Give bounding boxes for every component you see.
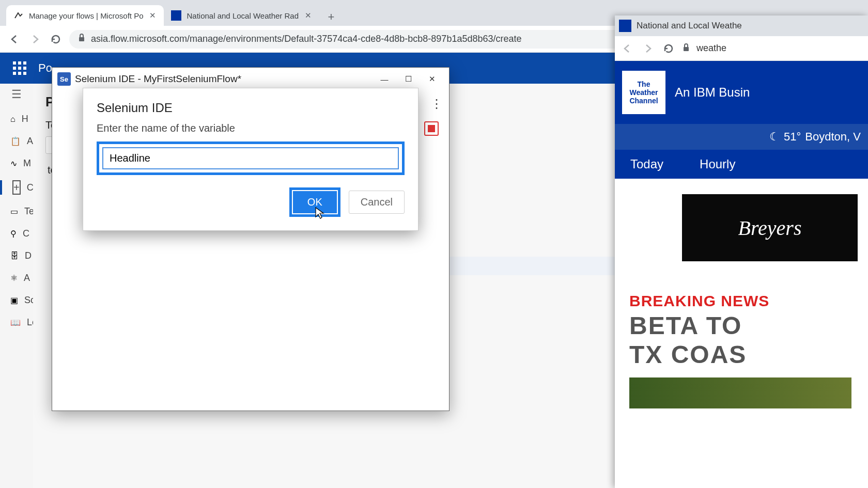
left-rail: ☰ ⌂H 📋A ∿M +C ▭Te ⚲C 🗄D ⚛A ▣So 📖Le	[0, 84, 33, 488]
moon-icon: ☾	[769, 130, 780, 144]
news-box: BREAKING NEWS BETA TO TX COAS	[629, 292, 868, 368]
svg-rect-3	[684, 47, 689, 51]
selenium-icon: Se	[57, 72, 71, 86]
window-title: Selenium IDE - MyFirstSeleniumFlow*	[75, 73, 373, 85]
hamburger-icon[interactable]: ☰	[9, 87, 24, 102]
weather-header: The Weather Channel An IBM Busin	[615, 61, 868, 124]
reload-button[interactable]	[661, 41, 676, 56]
dialog-label: Enter the name of the variable	[97, 122, 405, 134]
learn-icon: 📖	[10, 318, 21, 327]
temperature: 51°	[784, 130, 801, 144]
dialog-heading: Selenium IDE	[97, 101, 405, 115]
location-name: Boydton, V	[805, 130, 861, 144]
favicon-weather-icon	[171, 10, 181, 21]
nav-ai[interactable]: ⚛A	[0, 273, 33, 284]
reload-button[interactable]	[49, 32, 63, 46]
variable-name-input[interactable]	[102, 147, 399, 169]
breaking-news-label: BREAKING NEWS	[629, 292, 868, 310]
favicon-flow-icon	[13, 10, 24, 21]
tab-title[interactable]: National and Local Weathe	[637, 21, 742, 31]
new-tab-button[interactable]: +	[322, 8, 340, 26]
app-launcher-icon[interactable]	[10, 59, 29, 77]
data-icon: 🗄	[10, 251, 19, 261]
cursor-icon	[315, 207, 325, 220]
tab-weather[interactable]: National and Local Weather Rad ✕	[164, 5, 319, 26]
forward-button[interactable]	[641, 41, 655, 56]
tab-powerautomate[interactable]: Manage your flows | Microsoft Po ✕	[6, 5, 164, 26]
url-text: asia.flow.microsoft.com/manage/environme…	[91, 34, 522, 44]
svg-rect-0	[79, 37, 84, 41]
flow-icon: ∿	[10, 159, 17, 168]
nav-today[interactable]: Today	[630, 157, 663, 171]
connector-icon: ⚲	[10, 229, 17, 239]
close-icon[interactable]: ✕	[148, 11, 157, 20]
input-highlight	[97, 141, 405, 175]
close-icon[interactable]: ✕	[304, 11, 312, 20]
nav-myflows[interactable]: ∿M	[0, 158, 33, 169]
plus-icon: +	[12, 180, 21, 195]
weather-channel-logo[interactable]: The Weather Channel	[622, 71, 665, 114]
back-button[interactable]	[620, 41, 634, 56]
app-name: Po	[38, 61, 52, 75]
forward-button[interactable]	[28, 32, 42, 46]
home-icon: ⌂	[10, 115, 16, 124]
record-button[interactable]	[424, 121, 439, 136]
more-menu-icon[interactable]: ⋮	[430, 97, 443, 111]
ibm-tagline: An IBM Busin	[675, 85, 750, 100]
back-button[interactable]	[7, 32, 22, 46]
nav-templates[interactable]: ▭Te	[0, 206, 33, 217]
url-text[interactable]: weathe	[696, 43, 726, 54]
nav-learn[interactable]: 📖Le	[0, 317, 33, 328]
ai-icon: ⚛	[10, 273, 18, 283]
tab-title: Manage your flows | Microsoft Po	[29, 11, 143, 20]
window-titlebar[interactable]: Se Selenium IDE - MyFirstSeleniumFlow* —…	[52, 68, 449, 90]
favicon-weather-icon	[619, 20, 631, 32]
tabstrip: National and Local Weathe	[615, 15, 868, 36]
nav-home[interactable]: ⌂H	[0, 114, 33, 124]
weather-nav: Today Hourly	[615, 150, 868, 179]
nav-bar: weathe	[615, 36, 868, 61]
lock-icon	[78, 33, 86, 45]
ad-banner[interactable]: Breyers	[682, 194, 858, 261]
news-thumbnail[interactable]	[629, 377, 851, 408]
nav-connectors[interactable]: ⚲C	[0, 228, 33, 239]
variable-name-dialog: Selenium IDE Enter the name of the varia…	[83, 88, 419, 231]
nav-data[interactable]: 🗄D	[0, 250, 33, 261]
nav-solutions[interactable]: ▣So	[0, 295, 33, 306]
secondary-browser-window: National and Local Weathe weathe The Wea…	[615, 15, 868, 488]
ok-highlight: OK	[289, 187, 340, 217]
lock-icon	[682, 43, 690, 54]
tab-title: National and Local Weather Rad	[187, 11, 299, 20]
location-strip[interactable]: ☾ 51° Boydton, V	[615, 124, 868, 150]
clipboard-icon: 📋	[10, 136, 21, 146]
minimize-button[interactable]: —	[373, 71, 396, 87]
cancel-button[interactable]: Cancel	[349, 191, 405, 214]
headline-line2[interactable]: TX COAS	[629, 342, 868, 368]
template-icon: ▭	[10, 207, 18, 216]
nav-approvals[interactable]: 📋A	[0, 136, 33, 147]
close-button[interactable]: ✕	[420, 71, 444, 87]
solutions-icon: ▣	[10, 295, 18, 305]
headline-line1[interactable]: BETA TO	[629, 313, 868, 339]
maximize-button[interactable]: ☐	[396, 71, 420, 87]
nav-hourly[interactable]: Hourly	[700, 157, 735, 171]
nav-create[interactable]: +C	[0, 180, 33, 195]
